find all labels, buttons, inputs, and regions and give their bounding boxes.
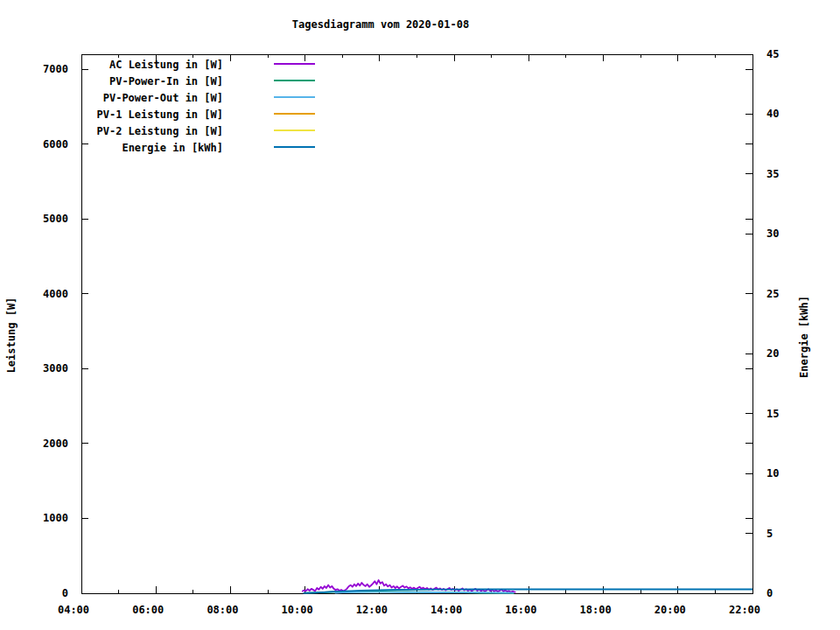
x-tick-label: 04:00: [58, 605, 89, 616]
x-tick-label: 20:00: [654, 605, 686, 616]
chart-canvas: Tagesdiagramm vom 2020-01-08 Leistung [W…: [0, 0, 840, 630]
y-right-tick-label: 10: [766, 468, 779, 480]
legend-item-pv2: PV-2 Leistung in [W]: [0, 122, 840, 139]
y-left-tick-label: 5000: [43, 214, 68, 225]
legend-item-ac: AC Leistung in [W]: [0, 56, 840, 73]
legend-swatch-line-pv1: [274, 113, 315, 115]
legend-swatch-line-ac: [274, 63, 315, 65]
legend-swatch-line-pv_out: [274, 96, 315, 98]
y-left-tick-label: 4000: [43, 288, 68, 299]
x-tick-label: 22:00: [729, 605, 760, 616]
y-left-tick-label: 2000: [43, 438, 68, 449]
y-right-tick-label: 20: [766, 348, 779, 360]
y-left-tick-label: 1000: [43, 513, 68, 524]
legend-label-pv_in: PV-Power-In in [W]: [109, 75, 223, 88]
legend-label-pv1: PV-1 Leistung in [W]: [97, 108, 224, 121]
legend-label-ac: AC Leistung in [W]: [109, 59, 223, 71]
x-tick-label: 08:00: [206, 605, 238, 616]
legend-swatch-line-pv2: [274, 130, 315, 131]
x-tick-label: 16:00: [505, 605, 536, 616]
x-tick-label: 10:00: [282, 605, 313, 616]
legend-label-pv2: PV-2 Leistung in [W]: [97, 125, 224, 137]
legend-swatch-line-pv_in: [274, 80, 315, 81]
y-right-tick-label: 30: [766, 228, 779, 240]
y-right-tick-label: 25: [766, 288, 779, 299]
y-right-tick-label: 35: [766, 168, 779, 179]
legend-label-energie: Energie in [kWh]: [122, 142, 223, 154]
legend-swatch-line-energie: [274, 146, 315, 148]
y-right-tick-label: 5: [766, 528, 773, 539]
y-left-tick-label: 3000: [43, 363, 68, 374]
x-tick-label: 18:00: [579, 605, 611, 616]
legend-item-pv1: PV-1 Leistung in [W]: [0, 106, 840, 122]
y-right-tick-label: 0: [766, 588, 773, 599]
y-right-tick-label: 15: [766, 408, 779, 419]
x-tick-label: 06:00: [132, 605, 164, 616]
x-tick-label: 14:00: [430, 605, 462, 616]
series-line-ac: [302, 580, 515, 592]
legend-item-pv_out: PV-Power-Out in [W]: [0, 89, 840, 106]
legend-item-pv_in: PV-Power-In in [W]: [0, 73, 840, 89]
series-line-pv_out: [335, 592, 514, 593]
legend-label-pv_out: PV-Power-Out in [W]: [103, 92, 223, 104]
y-left-tick-label: 0: [62, 588, 68, 599]
x-tick-label: 12:00: [356, 605, 388, 616]
legend-item-energie: Energie in [kWh]: [0, 139, 840, 156]
